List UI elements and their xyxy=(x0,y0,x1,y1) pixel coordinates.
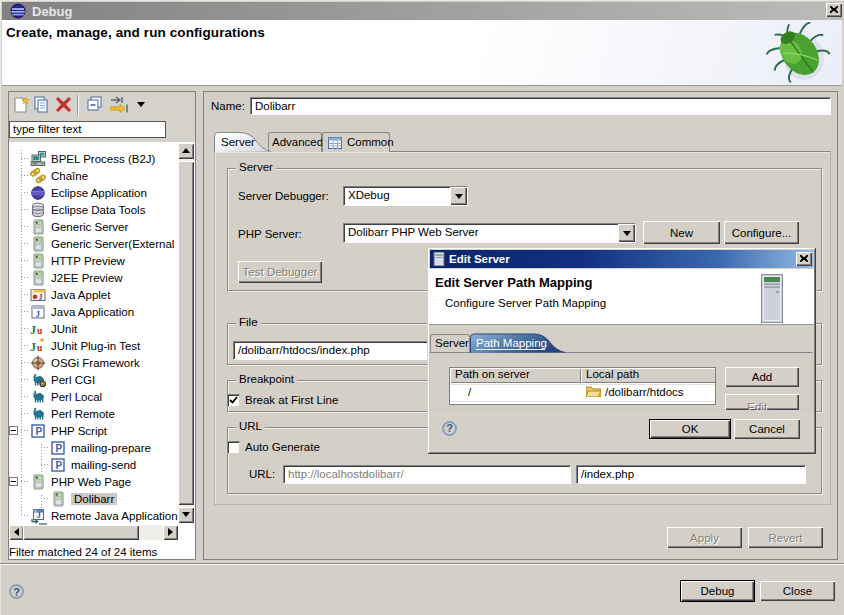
svg-text:u: u xyxy=(37,342,43,352)
svg-text:u: u xyxy=(37,325,43,335)
svg-text:P: P xyxy=(56,443,63,454)
svg-text:Path Mapping: Path Mapping xyxy=(476,337,547,349)
svg-text:P: P xyxy=(36,426,43,437)
svg-text:J: J xyxy=(37,511,41,520)
svg-text:J: J xyxy=(36,309,41,319)
svg-text:Server: Server xyxy=(221,136,255,148)
svg-text:P: P xyxy=(56,460,63,471)
svg-text:J: J xyxy=(30,322,36,336)
svg-text:J: J xyxy=(30,339,36,353)
svg-text:J: J xyxy=(39,292,43,301)
